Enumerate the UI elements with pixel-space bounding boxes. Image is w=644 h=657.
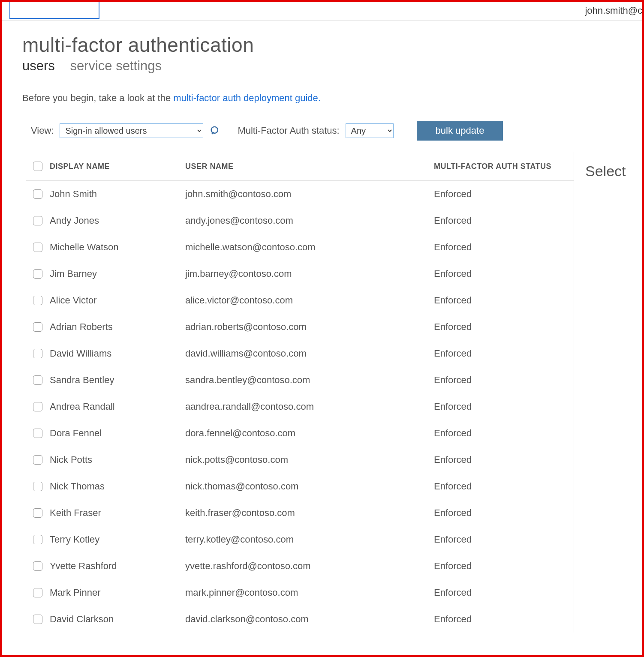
cell-user-name: adrian.roberts@contoso.com: [185, 321, 434, 333]
filter-controls: View: Sign-in allowed users Multi-Factor…: [22, 121, 642, 141]
cell-mfa-status: Enforced: [434, 454, 571, 465]
row-checkbox[interactable]: [33, 429, 42, 438]
table-row[interactable]: Terry Kotleyterry.kotley@contoso.comEnfo…: [26, 526, 574, 553]
row-checkbox[interactable]: [33, 455, 42, 465]
row-checkbox[interactable]: [33, 508, 42, 518]
row-checkbox[interactable]: [33, 482, 42, 491]
cell-mfa-status: Enforced: [434, 268, 571, 279]
row-checkbox[interactable]: [33, 216, 42, 225]
row-checkbox[interactable]: [33, 296, 42, 305]
cell-display-name: Keith Fraser: [50, 507, 185, 519]
cell-user-name: mark.pinner@contoso.com: [185, 587, 434, 598]
row-checkbox[interactable]: [33, 561, 42, 571]
cell-user-name: jim.barney@contoso.com: [185, 268, 434, 279]
column-display-name[interactable]: DISPLAY NAME: [50, 162, 185, 171]
cell-display-name: Alice Victor: [50, 295, 185, 306]
cell-user-name: terry.kotley@contoso.com: [185, 534, 434, 545]
row-checkbox[interactable]: [33, 269, 42, 279]
table-row[interactable]: Mark Pinnermark.pinner@contoso.comEnforc…: [26, 579, 574, 606]
cell-mfa-status: Enforced: [434, 242, 571, 253]
svg-point-0: [211, 127, 218, 133]
cell-display-name: Mark Pinner: [50, 587, 185, 598]
mfa-status-label: Multi-Factor Auth status:: [238, 125, 339, 136]
table-header: DISPLAY NAME USER NAME MULTI-FACTOR AUTH…: [26, 152, 574, 181]
main-content: multi-factor authentication users servic…: [2, 21, 642, 633]
table-row[interactable]: Adrian Robertsadrian.roberts@contoso.com…: [26, 314, 574, 340]
cell-user-name: john.smith@contoso.com: [185, 189, 434, 200]
deployment-guide-link[interactable]: multi-factor auth deployment guide.: [173, 93, 321, 103]
cell-display-name: Andrea Randall: [50, 401, 185, 412]
cell-mfa-status: Enforced: [434, 321, 571, 333]
cell-user-name: dora.fennel@contoso.com: [185, 428, 434, 439]
table-row[interactable]: Andrea Randallaandrea.randall@contoso.co…: [26, 393, 574, 420]
row-checkbox[interactable]: [33, 402, 42, 411]
row-checkbox[interactable]: [33, 322, 42, 332]
mfa-status-select[interactable]: Any: [346, 123, 394, 138]
row-checkbox[interactable]: [33, 189, 42, 199]
row-checkbox[interactable]: [33, 243, 42, 252]
table-row[interactable]: John Smithjohn.smith@contoso.comEnforced: [26, 181, 574, 207]
cell-user-name: david.williams@contoso.com: [185, 348, 434, 359]
cell-display-name: Nick Potts: [50, 454, 185, 465]
row-checkbox[interactable]: [33, 615, 42, 624]
table-row[interactable]: Michelle Watsonmichelle.watson@contoso.c…: [26, 234, 574, 261]
cell-mfa-status: Enforced: [434, 534, 571, 545]
table-row[interactable]: Sandra Bentleysandra.bentley@contoso.com…: [26, 367, 574, 393]
side-panel: Select: [574, 152, 642, 633]
cell-mfa-status: Enforced: [434, 507, 571, 519]
cell-display-name: Terry Kotley: [50, 534, 185, 545]
row-checkbox[interactable]: [33, 535, 42, 544]
table-row[interactable]: Dora Fenneldora.fennel@contoso.comEnforc…: [26, 420, 574, 447]
view-label: View:: [31, 125, 54, 136]
cell-user-name: aandrea.randall@contoso.com: [185, 401, 434, 412]
cell-display-name: Jim Barney: [50, 268, 185, 279]
cell-mfa-status: Enforced: [434, 375, 571, 386]
row-checkbox[interactable]: [33, 375, 42, 385]
intro-text: Before you begin, take a look at the mul…: [22, 93, 642, 104]
table-row[interactable]: Keith Fraserkeith.fraser@contoso.comEnfo…: [26, 500, 574, 526]
cell-display-name: Dora Fennel: [50, 428, 185, 439]
cell-user-name: yvette.rashford@contoso.com: [185, 561, 434, 572]
view-select[interactable]: Sign-in allowed users: [60, 123, 203, 138]
row-checkbox[interactable]: [33, 588, 42, 597]
cell-display-name: Yvette Rashford: [50, 561, 185, 572]
table-row[interactable]: Nick Thomasnick.thomas@contoso.comEnforc…: [26, 473, 574, 500]
table-row[interactable]: Nick Pottsnick.potts@contoso.comEnforced: [26, 447, 574, 473]
cell-display-name: Michelle Watson: [50, 242, 185, 253]
cell-display-name: John Smith: [50, 189, 185, 200]
bulk-update-button[interactable]: bulk update: [417, 121, 503, 141]
browser-tab-placeholder[interactable]: [9, 0, 99, 19]
page-tabs: users service settings: [22, 58, 642, 74]
cell-display-name: Sandra Bentley: [50, 375, 185, 386]
tab-users[interactable]: users: [22, 58, 55, 74]
tab-service-settings[interactable]: service settings: [70, 58, 162, 74]
page-title: multi-factor authentication: [22, 33, 642, 57]
cell-mfa-status: Enforced: [434, 587, 571, 598]
cell-mfa-status: Enforced: [434, 348, 571, 359]
row-checkbox[interactable]: [33, 349, 42, 358]
column-user-name[interactable]: USER NAME: [185, 162, 434, 171]
cell-user-name: michelle.watson@contoso.com: [185, 242, 434, 253]
cell-mfa-status: Enforced: [434, 215, 571, 226]
cell-display-name: David Williams: [50, 348, 185, 359]
cell-mfa-status: Enforced: [434, 481, 571, 492]
table-row[interactable]: Yvette Rashfordyvette.rashford@contoso.c…: [26, 553, 574, 579]
table-row[interactable]: Alice Victoralice.victor@contoso.comEnfo…: [26, 287, 574, 314]
signed-in-user: john.smith@c: [585, 5, 642, 16]
column-mfa-status[interactable]: MULTI-FACTOR AUTH STATUS: [434, 162, 571, 171]
cell-display-name: Andy Jones: [50, 215, 185, 226]
table-row[interactable]: Jim Barneyjim.barney@contoso.comEnforced: [26, 261, 574, 287]
cell-mfa-status: Enforced: [434, 561, 571, 572]
cell-mfa-status: Enforced: [434, 401, 571, 412]
intro-prefix: Before you begin, take a look at the: [22, 93, 173, 103]
cell-user-name: keith.fraser@contoso.com: [185, 507, 434, 519]
cell-user-name: nick.thomas@contoso.com: [185, 481, 434, 492]
cell-display-name: Nick Thomas: [50, 481, 185, 492]
table-row[interactable]: David Clarksondavid.clarkson@contoso.com…: [26, 606, 574, 633]
cell-mfa-status: Enforced: [434, 295, 571, 306]
search-icon[interactable]: [209, 125, 221, 137]
table-row[interactable]: Andy Jonesandy.jones@contoso.comEnforced: [26, 207, 574, 234]
side-panel-title: Select: [585, 163, 642, 180]
select-all-checkbox[interactable]: [33, 162, 42, 171]
table-row[interactable]: David Williamsdavid.williams@contoso.com…: [26, 340, 574, 367]
